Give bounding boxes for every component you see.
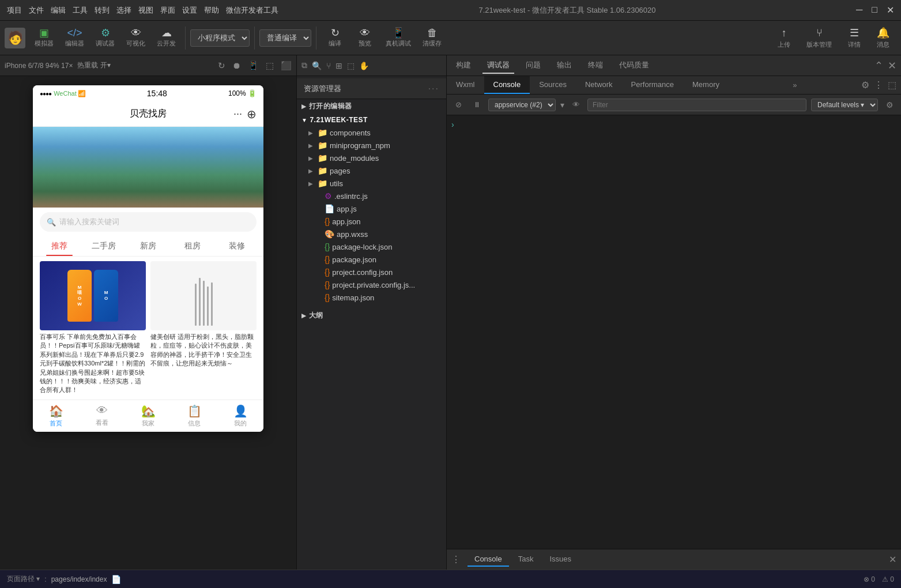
tree-appjs[interactable]: 📄 app.js [297, 202, 446, 215]
menu-view[interactable]: 视图 [138, 5, 153, 16]
close-devtools-icon[interactable]: ✕ [888, 59, 896, 72]
simulator-button[interactable]: ▣ 模拟器 [30, 25, 58, 50]
bottom-tab-console[interactable]: Console [468, 552, 509, 567]
tree-appjson[interactable]: {} app.json [297, 215, 446, 228]
phone-icon[interactable]: 📱 [248, 61, 259, 71]
cloud-button[interactable]: ☁ 云开发 [152, 25, 180, 50]
device-info[interactable]: iPhone 6/7/8 94% 17× [5, 62, 73, 70]
menu-edit[interactable]: 编辑 [51, 5, 66, 16]
search-tree-icon[interactable]: 🔍 [312, 61, 322, 70]
tree-miniprogram-npm[interactable]: ▶ 📁 miniprogram_npm [297, 139, 446, 152]
nav-browse[interactable]: 👁 看看 [79, 404, 125, 427]
product-needles[interactable]: 健美创研 适用于粉刺，黑头，脂肪颗粒，痘痘等，贴心设计不伤皮肤，美容师的神器，比… [150, 261, 257, 395]
tab-output[interactable]: 输出 [552, 58, 576, 74]
menu-wechat[interactable]: 微信开发者工具 [226, 5, 278, 16]
debugger-button[interactable]: ⚙ 调试器 [91, 25, 119, 50]
tablet-icon[interactable]: ⬚ [266, 61, 274, 71]
tree-components[interactable]: ▶ 📁 components [297, 126, 446, 139]
branch-icon[interactable]: ⑂ [326, 61, 331, 70]
inner-tab-sources[interactable]: Sources [530, 76, 576, 94]
refresh-icon[interactable]: ↻ [218, 61, 225, 71]
tab-secondhand[interactable]: 二手房 [82, 236, 126, 256]
copy2-icon[interactable]: ⬚ [347, 61, 355, 70]
outline-section[interactable]: ▶ 大纲 [297, 308, 446, 323]
visualize-button[interactable]: 👁 可视化 [122, 25, 150, 50]
tree-packagelock[interactable]: {} package-lock.json [297, 240, 446, 253]
tree-eslintrc[interactable]: ⚙ .eslintrc.js [297, 190, 446, 202]
stop-icon[interactable]: ⏺ [232, 61, 241, 71]
tree-pages[interactable]: ▶ 📁 pages [297, 164, 446, 177]
tab-build[interactable]: 构建 [451, 58, 476, 74]
console-filter-input[interactable] [587, 99, 806, 111]
more-tabs-icon[interactable]: » [788, 76, 801, 94]
tree-package[interactable]: {} package.json [297, 253, 446, 266]
phone-search-bar[interactable]: 🔍 请输入搜索关键词 [40, 212, 257, 232]
clear-console-button[interactable]: ⊘ [451, 98, 465, 112]
maximize-button[interactable]: □ [872, 5, 877, 16]
log-levels-select[interactable]: Default levels ▾ [811, 99, 878, 111]
stop-pause-button[interactable]: ⏸ [470, 98, 484, 112]
menu-select[interactable]: 选择 [116, 5, 131, 16]
nav-profile[interactable]: 👤 我的 [217, 404, 263, 428]
compile-button[interactable]: ↻ 编译 [321, 25, 349, 50]
menu-help[interactable]: 帮助 [204, 5, 219, 16]
inner-tab-network[interactable]: Network [576, 76, 622, 94]
settings-icon[interactable]: ⚙ [861, 80, 869, 91]
inner-tab-wxml[interactable]: Wxml [447, 76, 484, 94]
tree-projectconfig[interactable]: {} project.config.json [297, 266, 446, 278]
inner-tab-memory[interactable]: Memory [683, 76, 729, 94]
menu-interface[interactable]: 界面 [160, 5, 175, 16]
bottom-tab-task[interactable]: Task [511, 552, 541, 567]
more-options-icon[interactable]: ⋮ [874, 80, 883, 91]
eye-filter-icon[interactable]: 👁 [569, 98, 583, 112]
console-settings-icon[interactable]: ⚙ [883, 98, 896, 112]
nav-home[interactable]: 🏠 首页 [33, 404, 79, 428]
tree-sitemap[interactable]: {} sitemap.json [297, 291, 446, 304]
close-button[interactable]: ✕ [887, 5, 894, 16]
service-dropdown-icon[interactable]: ▾ [560, 100, 564, 110]
tab-recommend[interactable]: 推荐 [37, 236, 82, 256]
tree-appwxss[interactable]: 🎨 app.wxss [297, 228, 446, 240]
compiler-select[interactable]: 普通编译 [259, 29, 311, 47]
nav-info[interactable]: 📋 信息 [171, 404, 217, 428]
scan-icon[interactable]: ⊕ [247, 107, 257, 121]
version-mgmt-button[interactable]: ⑂ 版本管理 [800, 25, 839, 51]
hot-reload[interactable]: 热重载 开▾ [77, 61, 110, 70]
resource-manager-menu[interactable]: ··· [428, 84, 439, 94]
bottom-menu-icon[interactable]: ⋮ [451, 554, 461, 565]
menu-settings[interactable]: 设置 [182, 5, 197, 16]
real-device-button[interactable]: 📱 真机调试 [381, 25, 416, 50]
more-icon[interactable]: ··· [233, 108, 242, 120]
upload-button[interactable]: ↑ 上传 [771, 25, 797, 51]
nav-my-home[interactable]: 🏡 我家 [125, 404, 171, 428]
tree-projectprivate[interactable]: {} project.private.config.js... [297, 278, 446, 291]
minimize-button[interactable]: ─ [856, 5, 862, 16]
details-button[interactable]: ☰ 详情 [841, 24, 868, 51]
close-bottom-icon[interactable]: ✕ [889, 554, 896, 565]
avatar[interactable]: 🧑 [5, 28, 25, 48]
menu-project[interactable]: 项目 [7, 5, 22, 16]
menu-goto[interactable]: 转到 [95, 5, 110, 16]
frame-icon[interactable]: ⬛ [281, 61, 292, 71]
menu-tools[interactable]: 工具 [73, 5, 88, 16]
editor-button[interactable]: </> 编辑器 [61, 25, 89, 50]
tab-code-quality[interactable]: 代码质量 [615, 58, 654, 74]
tab-debugger[interactable]: 调试器 [482, 58, 514, 74]
service-select[interactable]: appservice (#2) [488, 99, 556, 111]
grid-icon[interactable]: ⊞ [335, 61, 342, 70]
tree-node-modules[interactable]: ▶ 📁 node_modules [297, 152, 446, 164]
tab-rental[interactable]: 租房 [170, 236, 214, 256]
open-editors-section[interactable]: ▶ 打开的编辑器 [297, 99, 446, 114]
product-coke[interactable]: M喵OW MO 百事可乐 下单前先免费加入百事会员！！Pepsi百事可乐原味/无… [40, 261, 146, 395]
bottom-tab-issues[interactable]: Issues [542, 552, 578, 567]
inner-tab-performance[interactable]: Performance [622, 76, 683, 94]
mode-select[interactable]: 小程序模式 [190, 29, 250, 47]
page-path-label[interactable]: 页面路径 ▾ [7, 574, 40, 584]
tab-renovation[interactable]: 装修 [214, 236, 259, 256]
tree-utils[interactable]: ▶ 📁 utils [297, 177, 446, 190]
inner-tab-console[interactable]: Console [484, 76, 530, 94]
tab-terminal[interactable]: 终端 [583, 58, 608, 74]
project-section[interactable]: ▼ 7.21WEEK-TEST [297, 114, 446, 126]
expand-icon[interactable]: ⬚ [888, 80, 896, 91]
hand-icon[interactable]: ✋ [359, 61, 369, 70]
